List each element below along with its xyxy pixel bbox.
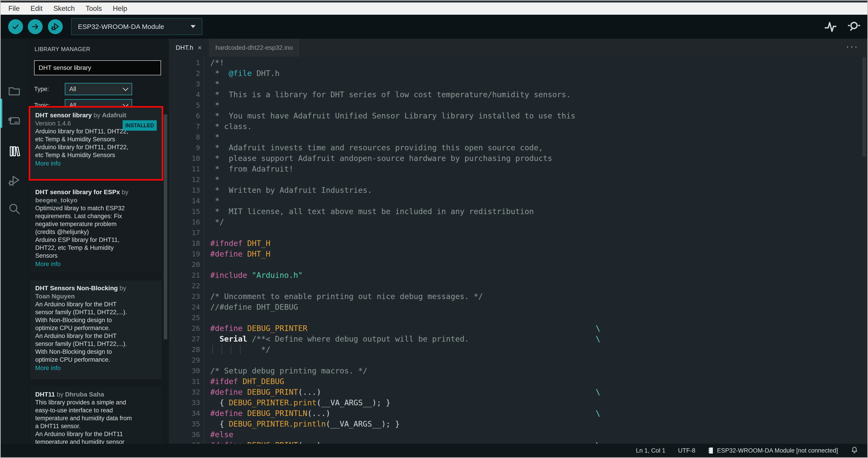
code-line[interactable]: 17 — [169, 227, 867, 238]
tab-label: DHT.h — [176, 44, 193, 51]
serial-monitor-button[interactable] — [847, 20, 861, 35]
code-line[interactable]: 24//#define DHT_DEBUG — [169, 302, 867, 312]
sidebar-item-debug[interactable] — [7, 174, 22, 188]
sidebar-item-boards-manager[interactable] — [7, 113, 22, 128]
library-description-line: sensor family (DHT11, DHT22,...). — [35, 308, 157, 316]
code-line[interactable]: 1/*! — [169, 57, 867, 68]
code-line[interactable]: 16 */ — [169, 217, 867, 227]
code-line[interactable]: 28│ │ │ │ */ — [169, 344, 867, 355]
panel-scrollbar[interactable] — [164, 114, 167, 339]
code-line[interactable]: 12 * — [169, 174, 867, 185]
line-number: 21 — [169, 270, 200, 281]
code-line[interactable]: 27 Serial /**< Define where debug output… — [169, 334, 867, 344]
upload-button[interactable] — [28, 19, 43, 34]
library-item-title: DHT sensor library by AdafruitINSTALLED — [35, 111, 157, 119]
code-line[interactable]: 29 — [169, 355, 867, 366]
code-line[interactable]: 31#ifdef DHT_DEBUG — [169, 376, 867, 387]
library-author: Adafruit — [102, 112, 126, 119]
code-line[interactable]: 19#define DHT_H — [169, 249, 867, 259]
code-line[interactable]: 11 * from Adafruit! — [169, 164, 867, 174]
code-line[interactable]: 8 * — [169, 132, 867, 142]
code-line[interactable]: 14 * — [169, 196, 867, 206]
encoding[interactable]: UTF-8 — [678, 447, 695, 454]
menu-item-tools[interactable]: Tools — [80, 4, 107, 13]
cursor-position[interactable]: Ln 1, Col 1 — [636, 447, 665, 454]
line-number: 18 — [169, 238, 200, 249]
line-continuation-backslash: \ — [596, 440, 600, 444]
code-line-text: /*! — [204, 57, 224, 68]
code-line[interactable]: 36#else — [169, 429, 867, 440]
code-line-text: * — [204, 196, 219, 206]
library-list-item[interactable]: DHT11 by Dhruba SahaThis library provide… — [30, 387, 162, 444]
line-number: 12 — [169, 174, 200, 185]
library-list-item[interactable]: DHT sensor library for ESPx by beegee_to… — [30, 184, 162, 273]
code-line-text: /* Setup debug printing macros. */ — [204, 366, 367, 376]
code-line[interactable]: 5 * — [169, 100, 867, 111]
library-description-line: An Arduino library for the DHT — [35, 300, 157, 308]
code-line[interactable]: 10 * please support Adafruit andopen-sou… — [169, 153, 867, 164]
code-line[interactable]: 9 * Adafruit invests time and resources … — [169, 142, 867, 153]
menu-item-help[interactable]: Help — [107, 4, 133, 13]
type-filter-select[interactable]: All — [65, 83, 132, 95]
code-token: #else — [210, 430, 233, 439]
code-line[interactable]: 20 — [169, 259, 867, 270]
sidebar-item-search[interactable] — [7, 201, 22, 216]
code-line[interactable]: 13 * Written by Adafruit Industries. — [169, 185, 867, 196]
code-line[interactable]: 23/* Uncomment to enable printing out ni… — [169, 291, 867, 302]
menu-item-sketch[interactable]: Sketch — [48, 4, 80, 13]
code-line-text: * class. — [204, 121, 252, 132]
code-line[interactable]: 3 * — [169, 79, 867, 89]
sidebar-item-library-manager[interactable] — [7, 144, 22, 159]
code-line[interactable]: 22 — [169, 281, 867, 291]
sidebar-item-sketchbook[interactable] — [7, 84, 22, 98]
line-number: 7 — [169, 121, 200, 132]
tab-DHT.h[interactable]: DHT.h× — [169, 39, 209, 57]
serial-monitor-icon — [847, 20, 861, 34]
code-line-text — [204, 312, 210, 323]
library-list-item[interactable]: DHT Sensors Non-Blocking by Toan NguyenA… — [30, 281, 162, 379]
code-line[interactable]: 37#define DEBUG_PRINT(...)\ — [169, 440, 867, 444]
library-search-input[interactable] — [34, 60, 161, 75]
more-info-link[interactable]: More info — [35, 260, 157, 268]
menu-bar: FileEditSketchToolsHelp — [1, 2, 867, 15]
tab-hardcoded-dht22-esp32.ino[interactable]: hardcoded-dht22-esp32.ino — [209, 39, 300, 57]
library-description-line: Arduino ESP library for DHT11, — [35, 236, 157, 244]
menu-item-edit[interactable]: Edit — [25, 4, 48, 13]
code-line-text: * Written by Adafruit Industries. — [204, 185, 372, 196]
code-line[interactable]: 4 * This is a library for DHT series of … — [169, 89, 867, 100]
code-line[interactable]: 25 — [169, 312, 867, 323]
code-line-text — [204, 227, 210, 238]
board-selector[interactable]: ESP32-WROOM-DA Module — [71, 18, 202, 35]
verify-button[interactable] — [8, 19, 23, 34]
line-number: 4 — [169, 89, 200, 100]
right-arrow-icon — [31, 22, 39, 31]
more-actions-button[interactable]: ··· — [846, 42, 859, 52]
menu-item-file[interactable]: File — [3, 4, 25, 13]
more-info-link[interactable]: More info — [35, 364, 157, 372]
folder-icon — [7, 84, 21, 98]
notifications-button[interactable] — [850, 446, 858, 455]
board-status[interactable]: ESP32-WROOM-DA Module [not connected] — [708, 447, 838, 454]
code-editor[interactable]: 1/*!2 * @file DHT.h3 *4 * This is a libr… — [169, 57, 867, 444]
code-line[interactable]: 2 * @file DHT.h — [169, 68, 867, 79]
code-line[interactable]: 33 { DEBUG_PRINTER.print(__VA_ARGS__); } — [169, 397, 867, 408]
close-icon[interactable]: × — [198, 44, 202, 52]
editor-scrollbar[interactable] — [862, 57, 866, 157]
debug-button[interactable] — [48, 19, 63, 34]
code-line[interactable]: 21#include "Arduino.h" — [169, 270, 867, 281]
code-line[interactable]: 26#define DEBUG_PRINTER\ — [169, 323, 867, 334]
code-line[interactable]: 34#define DEBUG_PRINTLN(...)\ — [169, 408, 867, 419]
debugger-icon — [7, 174, 21, 188]
code-line[interactable]: 7 * class. — [169, 121, 867, 132]
code-line[interactable]: 18#ifndef DHT_H — [169, 238, 867, 249]
code-line[interactable]: 32#define DEBUG_PRINT(...)\ — [169, 387, 867, 397]
code-line[interactable]: 6 * You must have Adafruit Unified Senso… — [169, 111, 867, 121]
serial-plotter-button[interactable] — [824, 20, 838, 35]
code-line[interactable]: 30/* Setup debug printing macros. */ — [169, 366, 867, 376]
code-line-text: #define DEBUG_PRINTER — [204, 323, 307, 334]
library-list-item[interactable]: DHT sensor library by AdafruitINSTALLEDV… — [30, 108, 162, 179]
code-token: #define — [210, 440, 247, 444]
code-line[interactable]: 15 * MIT license, all text above must be… — [169, 206, 867, 217]
code-line[interactable]: 35 { DEBUG_PRINTER.println(__VA_ARGS__);… — [169, 419, 867, 429]
more-info-link[interactable]: More info — [35, 160, 157, 168]
